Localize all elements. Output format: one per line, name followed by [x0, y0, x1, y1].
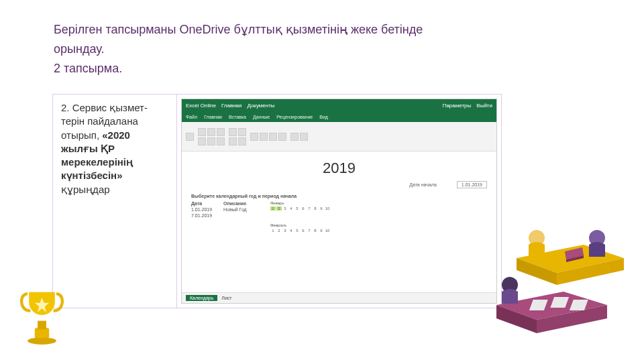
ribbon-icon — [229, 128, 237, 136]
ribbon-icon — [207, 137, 215, 145]
task-screenshot-container: Excel Online Главная Документы Параметры… — [177, 95, 501, 308]
month-label-1: Январь — [270, 201, 330, 205]
ribbon-icon — [186, 133, 194, 141]
svg-point-0 — [28, 337, 56, 345]
cal-cell: 1 — [270, 206, 276, 210]
cal-cell: 2 — [276, 206, 282, 210]
task-panel: 2. Сервис қызмет-терін пайдалана отырып,… — [52, 94, 502, 308]
heading-line-1: Берілген тапсырманы OneDrive бұлттық қыз… — [54, 20, 470, 40]
excel-ribbon-tabs: Файл Главная Вставка Данные Рецензирован… — [182, 111, 496, 122]
cal-cell: 4 — [288, 229, 294, 233]
cell-desc-2 — [223, 213, 257, 218]
heading-line-2: орындау. — [54, 40, 470, 59]
mini-calendar-feb: Февраль 1 2 3 4 5 6 7 8 9 10 — [270, 223, 330, 233]
trophy-icon — [20, 285, 64, 345]
tab-data: Данные — [253, 115, 270, 119]
tab-home: Главная — [204, 115, 222, 119]
titlebar-app: Excel Online — [186, 103, 216, 109]
task-text-post: құрыңдар — [61, 184, 110, 195]
cal-cell: 10 — [325, 229, 330, 233]
titlebar-exit: Выйти — [476, 103, 492, 109]
ribbon-icon — [229, 137, 237, 145]
cal-cell: 7 — [307, 229, 312, 233]
cell-desc-1: Новый Год — [223, 207, 257, 212]
tab-view: Вид — [319, 115, 328, 119]
mini-calendar-jan: Январь 1 2 3 4 5 6 7 8 9 10 — [270, 201, 330, 218]
excel-ribbon — [182, 122, 496, 152]
ribbon-icon — [207, 128, 215, 136]
cal-cell: 10 — [325, 206, 330, 210]
month-label-2: Февраль — [270, 223, 330, 227]
ribbon-icon — [260, 133, 268, 141]
meta-date-box: 1.01.2019 — [457, 181, 487, 188]
titlebar-crumb-1: Главная — [221, 103, 241, 109]
sheet-block-1: Дата Описание 1.01.2019 Новый Год 7.01.2… — [191, 201, 487, 218]
cal-cell: 9 — [319, 229, 324, 233]
ribbon-icon — [238, 137, 246, 145]
ribbon-icon — [278, 133, 286, 141]
cal-cell: 1 — [270, 229, 276, 233]
ribbon-icon — [238, 128, 246, 136]
ribbon-icon — [217, 137, 225, 145]
cal-cell: 5 — [294, 229, 300, 233]
ribbon-icon — [300, 133, 308, 141]
sheet-tab-2: Лист — [221, 296, 231, 300]
meta-label: Дата начала — [409, 182, 437, 187]
cal-cell: 8 — [313, 229, 318, 233]
ribbon-icon — [269, 133, 277, 141]
cell-date-2: 7.01.2019 — [191, 213, 218, 218]
heading-line-3: 2 тапсырма. — [54, 59, 470, 78]
task-description: 2. Сервис қызмет-терін пайдалана отырып,… — [53, 95, 177, 308]
tab-review: Рецензирование — [276, 115, 313, 119]
cal-cell: 7 — [307, 206, 312, 210]
cal-cell: 6 — [301, 229, 306, 233]
cal-cell: 4 — [288, 206, 294, 210]
task-number: 2. — [61, 102, 70, 113]
cal-cell: 3 — [282, 229, 288, 233]
cal-cell: 8 — [313, 206, 318, 210]
ribbon-icon — [198, 137, 206, 145]
ribbon-icon — [198, 128, 206, 136]
excel-online-screenshot: Excel Online Главная Документы Параметры… — [181, 99, 497, 304]
cell-date-1: 1.01.2019 — [191, 207, 218, 212]
cal-cell: 9 — [319, 206, 324, 210]
sheet-block-2: Февраль 1 2 3 4 5 6 7 8 9 10 — [191, 223, 487, 233]
sheet-tab-calendar: Календарь — [186, 295, 217, 301]
ribbon-icon — [217, 128, 225, 136]
sheet-meta-row: Дата начала 1.01.2019 — [191, 181, 487, 188]
tab-insert: Вставка — [229, 115, 246, 119]
cal-cell: 2 — [276, 229, 282, 233]
excel-titlebar: Excel Online Главная Документы Параметры… — [182, 99, 496, 111]
col-head-desc: Описание — [223, 201, 257, 206]
cal-cell: 6 — [301, 206, 306, 210]
ribbon-icon — [250, 133, 258, 141]
excel-status-bar: Календарь Лист — [182, 292, 496, 303]
cal-cell: 3 — [282, 206, 288, 210]
people-illustration-icon — [490, 204, 634, 339]
page-heading: Берілген тапсырманы OneDrive бұлттық қыз… — [54, 20, 470, 78]
col-head-date: Дата — [191, 201, 218, 206]
sheet-subheading: Выберите календарный год и период начала — [191, 194, 487, 198]
svg-rect-2 — [38, 321, 46, 330]
svg-rect-1 — [35, 328, 49, 338]
sheet-data-table: Дата Описание 1.01.2019 Новый Год 7.01.2… — [191, 201, 257, 218]
sheet-year-title: 2019 — [191, 160, 487, 177]
excel-sheet-area: 2019 Дата начала 1.01.2019 Выберите кале… — [182, 152, 496, 292]
ribbon-icon — [290, 133, 299, 141]
cal-cell: 5 — [294, 206, 300, 210]
titlebar-settings: Параметры — [443, 103, 472, 109]
titlebar-crumb-2: Документы — [247, 103, 274, 109]
tab-file: Файл — [186, 115, 197, 119]
